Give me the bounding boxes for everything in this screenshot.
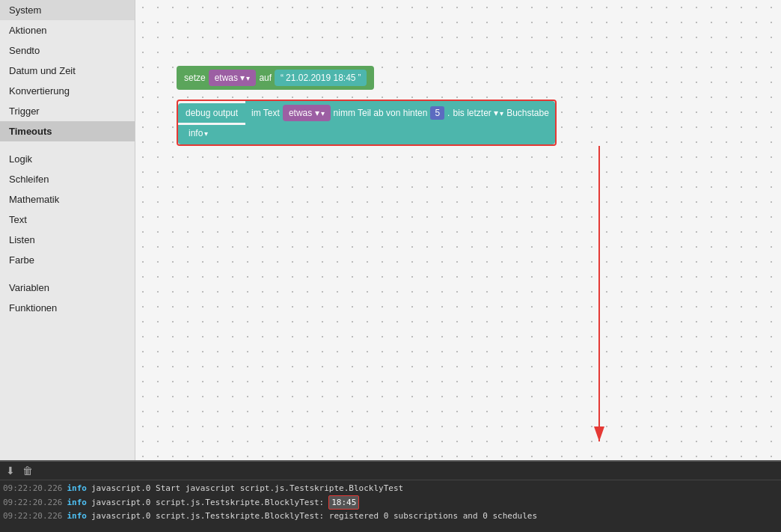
sidebar-item-listen[interactable]: Listen [0, 230, 135, 250]
highlight-value: 18:45 [328, 495, 359, 510]
num-5[interactable]: 5 [430, 106, 444, 120]
nimm-teil-label: nimm Teil ab von hinten [334, 108, 428, 118]
date-value: 21.02.2019 18:45 [286, 73, 355, 83]
level-2: info [67, 496, 87, 510]
sidebar-item-aktionen[interactable]: Aktionen [0, 20, 135, 40]
console-line-2: 09:22:20.226 info javascript.0 script.js… [3, 495, 778, 510]
info-dropdown[interactable]: info [181, 125, 215, 141]
sidebar-item-timeouts[interactable]: Timeouts [0, 121, 135, 141]
sidebar-item-mathematik[interactable]: Mathematik [0, 189, 135, 210]
bis-letzter-dropdown[interactable]: bis letzter ▾ [453, 108, 503, 118]
level-3: info [67, 510, 87, 523]
auf-label: auf [259, 73, 272, 83]
console: ⬇ 🗑 09:22:20.226 info javascript.0 Start… [0, 460, 781, 532]
console-download-icon[interactable]: ⬇ [4, 463, 16, 478]
msg-3: javascript.0 script.js.Testskripte.Block… [91, 510, 537, 523]
console-toolbar: ⬇ 🗑 [0, 462, 781, 480]
debug-label[interactable]: debug output [178, 103, 245, 123]
sidebar-item-system[interactable]: System [0, 0, 135, 20]
date-value-block[interactable]: “ 21.02.2019 18:45 ” [275, 70, 367, 86]
sidebar-item-trigger[interactable]: Trigger [0, 101, 135, 121]
console-line-1: 09:22:20.226 info javascript.0 Start jav… [3, 482, 778, 495]
etwas-dropdown[interactable]: etwas ▾ [209, 70, 257, 86]
console-lines: 09:22:20.226 info javascript.0 Start jav… [0, 480, 781, 532]
sidebar: System Aktionen Sendto Datum und Zeit Ko… [0, 0, 135, 460]
im-text-label: im Text [251, 108, 280, 118]
set-block[interactable]: setze etwas ▾ auf “ 21.02.2019 18:45 ” [177, 66, 374, 90]
msg-1: javascript.0 Start javascript script.js.… [91, 482, 403, 495]
dot-label: . [447, 108, 450, 118]
sidebar-item-variablen[interactable]: Variablen [0, 278, 135, 298]
quote-open: “ [281, 73, 284, 83]
time-1: 09:22:20.226 [3, 482, 62, 495]
sidebar-item-logik[interactable]: Logik [0, 149, 135, 169]
setze-block[interactable]: setze etwas ▾ auf “ 21.02.2019 18:45 ” [177, 66, 374, 90]
sidebar-item-text[interactable]: Text [0, 210, 135, 230]
sidebar-item-funktionen[interactable]: Funktionen [0, 298, 135, 318]
debug-block-top: debug output im Text etwas ▾ nimm Teil a… [178, 101, 555, 125]
buchstabe-label: Buchstabe [506, 108, 549, 118]
debug-inner: im Text etwas ▾ nimm Teil ab von hinten … [245, 101, 555, 125]
time-2: 09:22:20.226 [3, 496, 62, 510]
canvas-area: setze etwas ▾ auf “ 21.02.2019 18:45 ” d… [135, 0, 781, 460]
debug-block-outer: debug output im Text etwas ▾ nimm Teil a… [177, 100, 557, 146]
console-clear-icon[interactable]: 🗑 [21, 463, 34, 478]
etwas2-dropdown[interactable]: etwas ▾ [283, 105, 331, 121]
sidebar-item-sendto[interactable]: Sendto [0, 40, 135, 61]
main-area: System Aktionen Sendto Datum und Zeit Ko… [0, 0, 781, 460]
sidebar-item-farbe[interactable]: Farbe [0, 250, 135, 270]
sidebar-item-schleifen[interactable]: Schleifen [0, 169, 135, 189]
sidebar-item-konvertierung[interactable]: Konvertierung [0, 81, 135, 101]
time-3: 09:22:20.226 [3, 510, 62, 523]
quote-close: ” [358, 73, 361, 83]
console-line-3: 09:22:20.226 info javascript.0 script.js… [3, 510, 778, 523]
level-1: info [67, 482, 87, 495]
sidebar-item-datum[interactable]: Datum und Zeit [0, 61, 135, 81]
setze-label: setze [184, 73, 206, 83]
msg-2: javascript.0 script.js.Testskripte.Block… [91, 496, 324, 510]
